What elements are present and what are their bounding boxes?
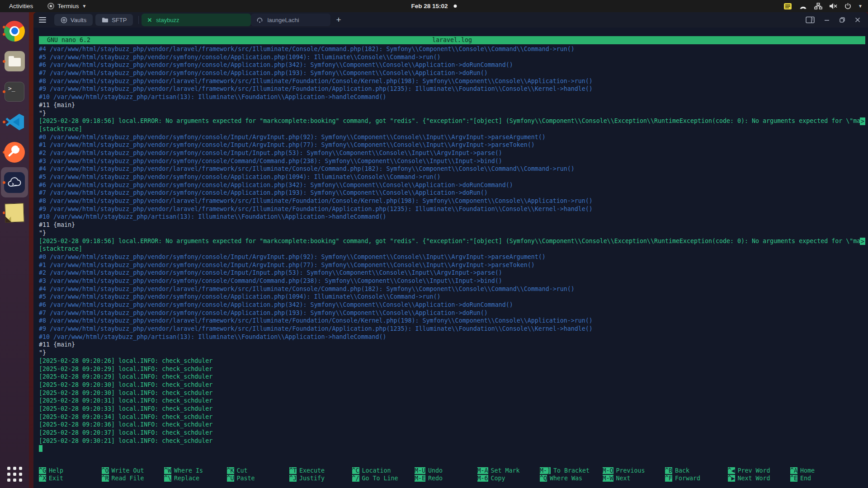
running-dot: [3, 33, 5, 36]
sticky-notes-icon: [5, 203, 24, 222]
notes-indicator-icon[interactable]: [783, 3, 792, 10]
terminal-line: #3 /var/www/html/staybuzz_php/vendor/sym…: [39, 157, 868, 165]
clock[interactable]: Feb 28 15:02: [411, 0, 457, 12]
new-tab-button[interactable]: +: [336, 15, 341, 25]
tab-staybuzz[interactable]: ✕ staybuzz: [142, 14, 251, 26]
system-tray[interactable]: ▼: [783, 0, 868, 12]
tab-bar: Vaults SFTP ✕ staybuzz laungeLachi +: [33, 12, 868, 28]
nano-shortcut: M-ASet Mark: [477, 467, 540, 475]
terminal-line: [2025-02-28 09:20:37] local.INFO: check_…: [39, 429, 868, 437]
menu-icon[interactable]: [39, 15, 49, 24]
dock: >_: [0, 12, 29, 488]
line-continuation-marker: >: [860, 117, 865, 125]
running-dot: [3, 181, 5, 184]
dock-item-vscode[interactable]: [1, 107, 28, 137]
terminal-line: "}: [39, 349, 868, 357]
nano-shortcut: ^AHome: [790, 467, 853, 475]
wired-network-icon[interactable]: [814, 3, 822, 9]
terminal-line: [2025-02-28 09:20:34] local.INFO: check_…: [39, 413, 868, 421]
activities-button[interactable]: Activities: [0, 0, 42, 12]
dock-item-terminal[interactable]: >_: [1, 76, 28, 107]
terminal-line: "}: [39, 109, 868, 117]
dock-item-sticky-notes[interactable]: [1, 197, 28, 228]
tab-laungelachi[interactable]: laungeLachi: [251, 14, 330, 26]
nano-shortcut-label: Replace: [174, 475, 199, 482]
app-menu-label: Termius: [57, 3, 79, 9]
terminal-line: [2025-02-28 09:20:31] local.INFO: check_…: [39, 397, 868, 405]
sftp-button[interactable]: SFTP: [95, 14, 133, 26]
audio-muted-icon[interactable]: [829, 3, 838, 9]
nano-shortcut-column: ^GHelp^XExit: [39, 467, 102, 483]
close-tab-icon[interactable]: ✕: [147, 17, 152, 23]
nano-shortcut: M-QPrevious: [603, 467, 665, 475]
sftp-label: SFTP: [112, 17, 127, 23]
chrome-icon: [4, 21, 25, 42]
app-menu[interactable]: Termius ▼: [42, 0, 92, 12]
termius-app-icon: [47, 3, 54, 9]
termius-window: Vaults SFTP ✕ staybuzz laungeLachi +: [33, 12, 868, 488]
nano-shortcut: ^RRead File: [102, 474, 165, 483]
nano-shortcut: ^QWhere Was: [540, 474, 603, 483]
terminal-line: #5 /var/www/html/staybuzz_php/vendor/sym…: [39, 173, 868, 181]
dock-item-chrome[interactable]: [1, 16, 28, 46]
terminal-line: #8 /var/www/html/staybuzz_php/vendor/lar…: [39, 317, 868, 325]
gnome-top-bar: Activities Termius ▼ Feb 28 15:02 ▼: [0, 0, 868, 12]
terminal-line: #7 /var/www/html/staybuzz_php/vendor/sym…: [39, 69, 868, 77]
terminal-line: #8 /var/www/html/staybuzz_php/vendor/lar…: [39, 197, 868, 205]
running-dot: [3, 60, 5, 63]
dock-item-postman[interactable]: [1, 137, 28, 167]
tab-label: laungeLachi: [267, 17, 299, 23]
terminal-line: #6 /var/www/html/staybuzz_php/vendor/sym…: [39, 181, 868, 189]
terminal-line: #9 /var/www/html/staybuzz_php/vendor/lar…: [39, 325, 868, 333]
nano-shortcut-label: Home: [800, 467, 815, 474]
terminal-line: #11 {main}: [39, 101, 868, 109]
minimize-icon[interactable]: [824, 17, 830, 23]
nano-shortcut-key: M-U: [415, 467, 425, 474]
nano-shortcut-column: M-QPreviousM-WNext: [603, 467, 665, 483]
power-icon[interactable]: [844, 3, 851, 9]
nano-shortcut-key: M-A: [477, 467, 488, 474]
nano-shortcut-key: M-Q: [603, 467, 613, 474]
terminal-line: #10 /var/www/html/staybuzz_php/artisan(1…: [39, 213, 868, 221]
terminal-line: #5 /var/www/html/staybuzz_php/vendor/sym…: [39, 53, 868, 61]
nano-shortcut-label: Redo: [428, 475, 443, 482]
vaults-button[interactable]: Vaults: [54, 14, 93, 26]
nano-shortcut-column: ^◀Prev Word^▶Next Word: [728, 467, 791, 483]
terminal-line: #6 /var/www/html/staybuzz_php/vendor/sym…: [39, 301, 868, 309]
nano-shortcut-key: ^W: [164, 467, 171, 474]
nano-shortcut-column: M-UUndoM-ERedo: [415, 467, 477, 483]
close-icon[interactable]: [854, 17, 861, 23]
files-icon: [5, 51, 25, 71]
desktop-wallpaper: >_: [0, 12, 868, 488]
nano-shortcut: ^/Go To Line: [352, 474, 415, 483]
nano-shortcut-label: Read File: [112, 475, 144, 482]
terminal-line: [2025-02-28 09:20:29] local.INFO: check_…: [39, 373, 868, 381]
dock-item-files[interactable]: [1, 46, 28, 76]
chevron-down-icon[interactable]: ▼: [858, 4, 863, 9]
nano-shortcut-column: ^OWrite Out^RRead File: [102, 467, 165, 483]
nano-shortcut-label: Cut: [237, 467, 248, 474]
nano-shortcut-label: Back: [675, 467, 689, 474]
maximize-icon[interactable]: [839, 17, 845, 23]
nano-shortcut-label: Exit: [49, 475, 63, 482]
app-indicator-arc-icon[interactable]: [799, 3, 807, 9]
clock-label: Feb 28 15:02: [411, 3, 448, 9]
nano-shortcut-key: ^\: [164, 475, 171, 482]
nano-shortcut-key: ^R: [102, 475, 109, 482]
nano-shortcut-label: Forward: [675, 475, 700, 482]
terminal-line: #7 /var/www/html/staybuzz_php/vendor/sym…: [39, 309, 868, 317]
nano-shortcut-key: ^◀: [728, 467, 735, 474]
dock-item-termius[interactable]: [1, 167, 28, 197]
chevron-down-icon: ▼: [82, 4, 87, 9]
show-apps-button[interactable]: [7, 467, 22, 482]
nano-shortcut-label: Where Was: [550, 475, 582, 482]
terminal-line: #3 /var/www/html/staybuzz_php/vendor/sym…: [39, 277, 868, 285]
terminal-line: #1 /var/www/html/staybuzz_php/vendor/sym…: [39, 261, 868, 269]
running-dot: [3, 121, 5, 123]
nano-shortcut-label: Undo: [428, 467, 443, 474]
terminal-line: "}: [39, 229, 868, 237]
panel-toggle-icon[interactable]: [806, 16, 815, 23]
nano-shortcut: ^XExit: [39, 474, 102, 483]
terminal-screen[interactable]: GNU nano 6.2 laravel.log #4 /var/www/htm…: [33, 28, 868, 488]
nano-shortcut-bar: ^GHelp^XExit^OWrite Out^RRead File^WWher…: [39, 467, 868, 483]
